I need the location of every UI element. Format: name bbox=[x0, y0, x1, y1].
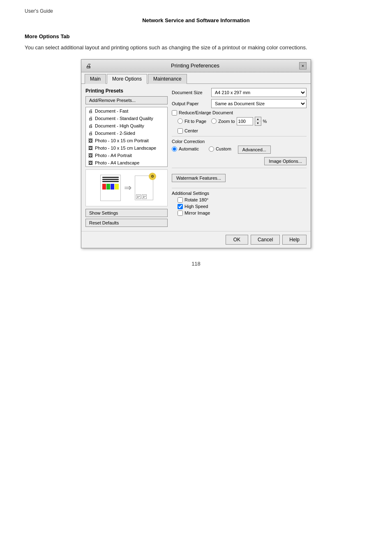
doc-color-block bbox=[102, 184, 119, 190]
fit-to-page-label: Fit to Page bbox=[184, 119, 206, 124]
cancel-button[interactable]: Cancel bbox=[251, 235, 280, 245]
rotate-180-label: Rotate 180° bbox=[184, 197, 208, 202]
percent-label: % bbox=[263, 119, 267, 124]
section-description: You can select additional layout and pri… bbox=[25, 44, 367, 52]
preset-photo-a4-portrait-icon: 🖼 bbox=[88, 153, 93, 158]
tab-maintenance[interactable]: Maintenance bbox=[148, 74, 187, 84]
high-speed-row: High Speed bbox=[178, 204, 307, 209]
custom-radio-row: Custom bbox=[209, 146, 231, 152]
color-blue bbox=[111, 184, 114, 190]
preview-area: ⇒ ⚙ 1² 1² bbox=[85, 169, 168, 206]
section-title: More Options Tab bbox=[25, 33, 367, 39]
center-label: Center bbox=[184, 128, 198, 133]
document-size-select[interactable]: A4 210 x 297 mm bbox=[211, 88, 307, 97]
rotate-180-checkbox[interactable] bbox=[178, 197, 183, 203]
mirror-image-label: Mirror Image bbox=[184, 210, 210, 215]
color-green bbox=[106, 184, 110, 190]
reduce-enlarge-label: Reduce/Enlarge Document bbox=[179, 110, 233, 115]
output-paper-label: Output Paper bbox=[172, 101, 209, 106]
color-yellow bbox=[115, 184, 118, 190]
user-guide-label: User's Guide bbox=[25, 8, 367, 14]
doc-line-3 bbox=[102, 181, 119, 182]
preview-source-doc bbox=[100, 175, 121, 201]
automatic-radio-row: Automatic bbox=[172, 146, 199, 152]
zoom-up-button[interactable]: ▲ bbox=[255, 117, 261, 121]
dialog-titlebar: 🖨 Printing Preferences × bbox=[81, 60, 311, 72]
reduce-enlarge-options: Fit to Page Zoom to ▲ ▼ % bbox=[178, 117, 307, 134]
image-options-button[interactable]: Image Options... bbox=[264, 157, 307, 165]
automatic-label: Automatic bbox=[179, 146, 199, 151]
dialog-title: Printing Preferences bbox=[171, 62, 219, 69]
tab-main[interactable]: Main bbox=[85, 74, 106, 84]
preset-photo-landscape-icon: 🖼 bbox=[88, 145, 93, 151]
page-numbers: 1² 1² bbox=[136, 194, 147, 199]
tabs-row: Main More Options Maintenance bbox=[81, 72, 311, 84]
list-item[interactable]: 🖼 Photo - 10 x 15 cm Portrait bbox=[86, 137, 167, 144]
output-paper-row: Output Paper Same as Document Size bbox=[172, 99, 307, 108]
page-num-1: 1² bbox=[136, 194, 141, 199]
presets-label: Printing Presets bbox=[85, 88, 168, 94]
color-red bbox=[102, 184, 106, 190]
list-item[interactable]: 🖨 Document - High Quality bbox=[86, 122, 167, 130]
fit-to-page-radio[interactable] bbox=[178, 118, 183, 124]
add-remove-presets-button[interactable]: Add/Remove Presets... bbox=[85, 96, 168, 104]
reduce-enlarge-checkbox[interactable] bbox=[172, 110, 177, 116]
color-correction-label: Color Correction bbox=[172, 139, 307, 144]
automatic-radio[interactable] bbox=[172, 146, 177, 152]
list-item[interactable]: 🖨 Document - Standard Quality bbox=[86, 115, 167, 122]
list-item[interactable]: 🖼 Photo - A4 Landscape bbox=[86, 159, 167, 166]
preset-photo-a4-landscape-icon: 🖼 bbox=[88, 160, 93, 166]
page-number: 118 bbox=[25, 261, 367, 267]
rotate-180-row: Rotate 180° bbox=[178, 197, 307, 203]
zoom-to-radio[interactable] bbox=[211, 118, 217, 124]
color-correction-options: Automatic Custom Advanced... bbox=[172, 146, 307, 154]
tab-more-options[interactable]: More Options bbox=[107, 74, 147, 84]
zoom-spinner: ▲ ▼ bbox=[255, 117, 261, 126]
dialog-printer-icon: 🖨 bbox=[85, 62, 91, 69]
advanced-button[interactable]: Advanced... bbox=[238, 146, 271, 154]
list-item[interactable]: 🖼 Photo - 10 x 15 cm Landscape bbox=[86, 144, 167, 152]
additional-settings-label: Additional Settings bbox=[172, 191, 307, 196]
doc-line-2 bbox=[102, 179, 119, 180]
preview-gear-icon: ⚙ bbox=[149, 173, 156, 180]
zoom-to-label: Zoom to bbox=[218, 119, 235, 124]
output-paper-select[interactable]: Same as Document Size bbox=[211, 99, 307, 108]
right-panel: Document Size A4 210 x 297 mm Output Pap… bbox=[172, 88, 307, 227]
doc-line-1 bbox=[102, 177, 119, 178]
high-speed-checkbox[interactable] bbox=[178, 204, 183, 209]
custom-radio[interactable] bbox=[209, 146, 214, 152]
show-settings-button[interactable]: Show Settings bbox=[85, 209, 168, 217]
zoom-to-radio-row: Zoom to ▲ ▼ % bbox=[211, 117, 267, 126]
page-title: Network Service and Software Information bbox=[25, 17, 367, 23]
preset-doc-standard-icon: 🖨 bbox=[88, 116, 93, 121]
preset-doc-high-quality-icon: 🖨 bbox=[88, 123, 93, 129]
watermark-features-button[interactable]: Watermark Features... bbox=[172, 174, 226, 182]
dialog-body: Printing Presets Add/Remove Presets... 🖨… bbox=[81, 84, 311, 231]
list-item[interactable]: 🖼 Photo - A4 Portrait bbox=[86, 152, 167, 159]
zoom-value-input[interactable] bbox=[237, 117, 253, 125]
page-num-2: 1² bbox=[142, 194, 147, 199]
preview-printer-icon: ⇒ bbox=[124, 183, 131, 193]
divider-1 bbox=[172, 136, 307, 136]
mirror-image-checkbox[interactable] bbox=[178, 210, 183, 216]
zoom-down-button[interactable]: ▼ bbox=[255, 121, 261, 125]
custom-label: Custom bbox=[216, 146, 231, 151]
dialog-footer: OK Cancel Help bbox=[81, 231, 311, 248]
divider-2 bbox=[172, 168, 307, 168]
list-item[interactable]: 🖨 Document - 2-Sided bbox=[86, 130, 167, 137]
close-button[interactable]: × bbox=[299, 62, 307, 69]
list-item[interactable]: 🖨 Document - Fast bbox=[86, 107, 167, 115]
preset-photo-portrait-icon: 🖼 bbox=[88, 138, 93, 143]
document-size-label: Document Size bbox=[172, 90, 209, 95]
preset-list: 🖨 Document - Fast 🖨 Document - Standard … bbox=[85, 107, 168, 167]
preview-output-page: ⚙ 1² 1² bbox=[135, 176, 153, 200]
ok-button[interactable]: OK bbox=[226, 235, 248, 245]
preset-doc-2sided-icon: 🖨 bbox=[88, 130, 93, 136]
preset-doc-fast-icon: 🖨 bbox=[88, 108, 93, 114]
document-size-row: Document Size A4 210 x 297 mm bbox=[172, 88, 307, 97]
printing-preferences-dialog: 🖨 Printing Preferences × Main More Optio… bbox=[81, 59, 311, 248]
center-checkbox[interactable] bbox=[178, 128, 183, 134]
help-button[interactable]: Help bbox=[282, 235, 307, 245]
center-checkbox-row: Center bbox=[178, 128, 307, 134]
reset-defaults-button[interactable]: Reset Defaults bbox=[85, 219, 168, 227]
